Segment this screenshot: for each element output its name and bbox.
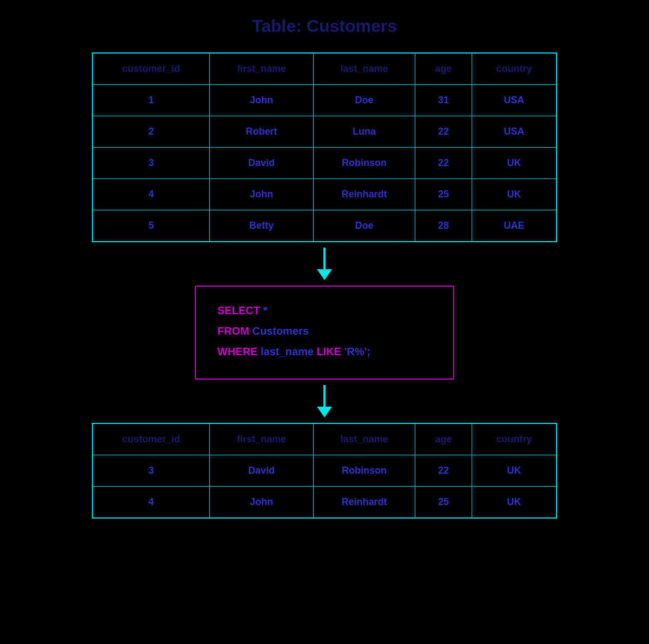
- source-table-header-row: customer_id first_name last_name age cou…: [92, 53, 557, 85]
- result-table-cell: 4: [92, 487, 209, 519]
- res-col-header-last-name: last_name: [314, 423, 415, 455]
- source-table-cell: Luna: [314, 116, 415, 148]
- result-table-cell: David: [209, 455, 313, 487]
- col-header-last-name: last_name: [314, 53, 415, 85]
- source-table-cell: Doe: [314, 85, 415, 116]
- sql-keyword-like: LIKE: [316, 346, 341, 357]
- source-table: customer_id first_name last_name age cou…: [92, 52, 557, 242]
- sql-keyword-select: SELECT: [217, 304, 260, 316]
- source-table-cell: John: [209, 85, 313, 116]
- col-header-first-name: first_name: [209, 53, 313, 85]
- res-col-header-age: age: [415, 423, 472, 455]
- arrow-down-2: [317, 385, 332, 417]
- arrow-line-2: [323, 385, 326, 407]
- sql-line-1: SELECT *: [217, 302, 432, 319]
- res-col-header-first-name: first_name: [209, 423, 313, 455]
- source-table-cell: 22: [415, 148, 472, 179]
- sql-keyword-where: WHERE: [217, 346, 257, 357]
- source-table-cell: 1: [92, 85, 209, 116]
- sql-where-rest: last_name: [257, 346, 316, 357]
- source-table-cell: Betty: [209, 210, 313, 242]
- source-table-cell: John: [209, 179, 313, 210]
- source-table-cell: UK: [472, 179, 557, 210]
- source-table-cell: USA: [472, 85, 557, 116]
- result-table-cell: UK: [472, 455, 557, 487]
- source-table-cell: 31: [415, 85, 472, 116]
- col-header-customer-id: customer_id: [92, 53, 209, 85]
- sql-select-rest: *: [260, 304, 267, 316]
- source-table-cell: Doe: [314, 210, 415, 242]
- source-table-row: 5BettyDoe28UAE: [92, 210, 557, 242]
- source-table-cell: Robert: [209, 116, 313, 148]
- result-table-cell: Reinhardt: [314, 487, 415, 519]
- page-title: Table: Customers: [252, 16, 397, 36]
- col-header-country: country: [472, 53, 557, 85]
- col-header-age: age: [415, 53, 472, 85]
- source-table-cell: Reinhardt: [314, 179, 415, 210]
- result-table-cell: 22: [415, 455, 472, 487]
- source-table-cell: UK: [472, 148, 557, 179]
- source-table-cell: USA: [472, 116, 557, 148]
- source-table-cell: 2: [92, 116, 209, 148]
- source-table-cell: 4: [92, 179, 209, 210]
- source-table-cell: 28: [415, 210, 472, 242]
- result-table: customer_id first_name last_name age cou…: [92, 423, 557, 519]
- source-table-cell: 3: [92, 148, 209, 179]
- sql-line-2: FROM Customers: [217, 322, 432, 340]
- source-table-cell: Robinson: [314, 148, 415, 179]
- arrow-line-1: [323, 248, 326, 269]
- res-col-header-country: country: [472, 423, 557, 455]
- result-table-cell: UK: [472, 487, 557, 519]
- sql-query-box: SELECT * FROM Customers WHERE last_name …: [195, 286, 454, 380]
- result-table-row: 4JohnReinhardt25UK: [92, 487, 557, 519]
- sql-line-3: WHERE last_name LIKE 'R%';: [217, 343, 432, 360]
- source-table-row: 4JohnReinhardt25UK: [92, 179, 557, 210]
- result-table-cell: 3: [92, 455, 209, 487]
- result-table-header-row: customer_id first_name last_name age cou…: [92, 423, 557, 455]
- res-col-header-customer-id: customer_id: [92, 423, 209, 455]
- source-table-row: 2RobertLuna22USA: [92, 116, 557, 148]
- source-table-cell: David: [209, 148, 313, 179]
- sql-from-rest: Customers: [249, 325, 309, 337]
- source-table-row: 1JohnDoe31USA: [92, 85, 557, 116]
- page-container: Table: Customers customer_id first_name …: [27, 16, 622, 519]
- source-table-cell: 22: [415, 116, 472, 148]
- source-table-row: 3DavidRobinson22UK: [92, 148, 557, 179]
- source-table-cell: 25: [415, 179, 472, 210]
- arrow-down-1: [317, 248, 332, 280]
- sql-keyword-from: FROM: [217, 325, 249, 337]
- source-table-cell: UAE: [472, 210, 557, 242]
- result-table-row: 3DavidRobinson22UK: [92, 455, 557, 487]
- arrow-head-2: [317, 407, 332, 417]
- source-table-cell: 5: [92, 210, 209, 242]
- sql-like-rest: 'R%';: [341, 346, 370, 357]
- result-table-cell: 25: [415, 487, 472, 519]
- arrow-head-1: [317, 269, 332, 280]
- result-table-cell: John: [209, 487, 313, 519]
- result-table-cell: Robinson: [314, 455, 415, 487]
